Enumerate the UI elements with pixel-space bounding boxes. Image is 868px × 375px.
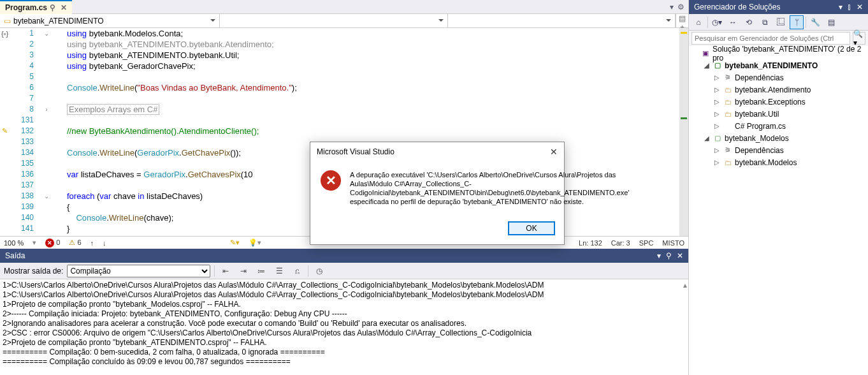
tab-dropdown-icon[interactable]: ▾ xyxy=(670,3,674,11)
properties-icon[interactable]: ▤ xyxy=(824,15,838,29)
pin-icon[interactable]: ⚲ xyxy=(50,3,55,12)
context-member[interactable] xyxy=(448,14,676,27)
ok-button[interactable]: OK xyxy=(508,221,555,235)
solution-toolbar: ⌂ ◷▾ ↔ ⟲ ⧉ ⿺ ᛘ 🔧 ▤ xyxy=(689,14,868,31)
list-icon[interactable]: ☰ xyxy=(272,264,286,278)
clock-icon[interactable]: ◷ xyxy=(312,264,326,278)
dialog-title: Microsoft Visual Studio xyxy=(317,147,394,156)
solution-explorer-header: Gerenciador de Soluções ▾ ⫿ ✕ xyxy=(689,0,868,14)
panel-close-icon[interactable]: ✕ xyxy=(677,251,683,260)
back-icon[interactable]: ↔ xyxy=(726,15,740,29)
split-icon[interactable]: ▤ xyxy=(676,14,688,23)
error-count[interactable]: ✕ 0 xyxy=(45,239,60,247)
tree-node[interactable]: ▷🗀bytebank.Atendimento xyxy=(689,84,868,96)
brush-icon[interactable]: ✎▾ xyxy=(230,239,240,247)
warning-count[interactable]: ⚠ 6 xyxy=(69,239,81,247)
tree-node[interactable]: ◢▢bytebank_Modelos xyxy=(689,132,868,144)
output-text[interactable]: ▴ 1>C:\Users\Carlos Alberto\OneDrive\Cur… xyxy=(0,279,688,374)
panel-dropdown-icon[interactable]: ▾ xyxy=(839,3,843,11)
home-icon[interactable]: ⌂ xyxy=(691,15,705,29)
tree-node[interactable]: ▷🗀bytebank.Modelos xyxy=(689,156,868,168)
panel-dropdown-icon[interactable]: ▾ xyxy=(657,251,661,260)
space-indicator: SPC xyxy=(639,239,654,247)
gear-icon[interactable]: ⚙ xyxy=(677,3,684,11)
close-icon[interactable]: ✕ xyxy=(61,3,67,12)
zoom-level[interactable]: 100 % xyxy=(4,239,24,247)
dialog-close-icon[interactable]: ✕ xyxy=(550,147,558,157)
clear-icon[interactable]: ⎌ xyxy=(290,264,304,278)
output-source-label: Mostrar saída de: xyxy=(4,267,63,276)
char-indicator: Car: 3 xyxy=(611,239,630,247)
context-type[interactable] xyxy=(220,14,448,27)
scrollbar-overview[interactable] xyxy=(679,28,688,236)
tree-node[interactable]: ▷⚞Dependências xyxy=(689,144,868,156)
tree-icon[interactable]: ᛘ xyxy=(790,15,804,29)
panel-pin-icon[interactable]: ⫿ xyxy=(848,3,851,11)
error-icon: ✕ xyxy=(321,170,341,191)
indent-left-icon[interactable]: ⇤ xyxy=(219,264,233,278)
copy-icon[interactable]: ⧉ xyxy=(758,15,772,29)
search-icon[interactable]: 🔍▾ xyxy=(853,32,865,45)
output-panel-header: Saída ▾ ⚲ ✕ xyxy=(0,249,688,263)
solution-search: 🔍▾ xyxy=(689,31,868,46)
tab-program-cs[interactable]: Program.cs ⚲ ✕ xyxy=(0,0,72,14)
panel-close-icon[interactable]: ✕ xyxy=(857,3,863,11)
output-source-select[interactable]: Compilação xyxy=(67,265,210,277)
context-bar: ▭ bytebank_ATENDIMENTO ▤ + xyxy=(0,14,688,28)
solution-search-input[interactable] xyxy=(691,32,850,45)
showall-icon[interactable]: ⿺ xyxy=(774,15,788,29)
error-dialog: Microsoft Visual Studio ✕ ✕ A depuração … xyxy=(310,142,565,245)
lineending-indicator: MISTO xyxy=(662,239,684,247)
goto-icon[interactable]: ≔ xyxy=(254,264,268,278)
refresh-icon[interactable]: ◷▾ xyxy=(710,15,724,29)
tree-node[interactable]: ▷C# Program.cs xyxy=(689,120,868,132)
output-title: Saída xyxy=(5,251,25,260)
dialog-text: A depuração executável 'C:\Users\Carlos … xyxy=(350,170,629,206)
nav-up-icon[interactable]: ↑ xyxy=(90,239,94,247)
tree-node[interactable]: ▷🗀bytebank.Exceptions xyxy=(689,96,868,108)
solution-tree[interactable]: ▣Solução 'bytebank_ATENDIMENTO' (2 de 2 … xyxy=(689,46,868,375)
panel-pin-icon[interactable]: ⚲ xyxy=(666,251,672,260)
scroll-up-icon[interactable]: ▴ xyxy=(683,281,687,290)
sync-icon[interactable]: ⟲ xyxy=(742,15,756,29)
nav-down-icon[interactable]: ↓ xyxy=(103,239,106,247)
lightbulb-icon[interactable]: 💡▾ xyxy=(249,239,261,247)
tree-node[interactable]: ▷⚞Dependências xyxy=(689,71,868,84)
indent-right-icon[interactable]: ⇥ xyxy=(236,264,250,278)
output-toolbar: Mostrar saída de: Compilação ⇤ ⇥ ≔ ☰ ⎌ ◷ xyxy=(0,263,688,279)
wrench-icon[interactable]: 🔧 xyxy=(808,15,822,29)
tree-node[interactable]: ▷🗀bytebank.Util xyxy=(689,108,868,120)
line-indicator: Ln: 132 xyxy=(579,239,602,247)
context-namespace[interactable]: ▭ bytebank_ATENDIMENTO xyxy=(0,14,220,27)
tab-title: Program.cs xyxy=(5,3,47,12)
document-tabs: Program.cs ⚲ ✕ ▾ ⚙ xyxy=(0,0,688,14)
